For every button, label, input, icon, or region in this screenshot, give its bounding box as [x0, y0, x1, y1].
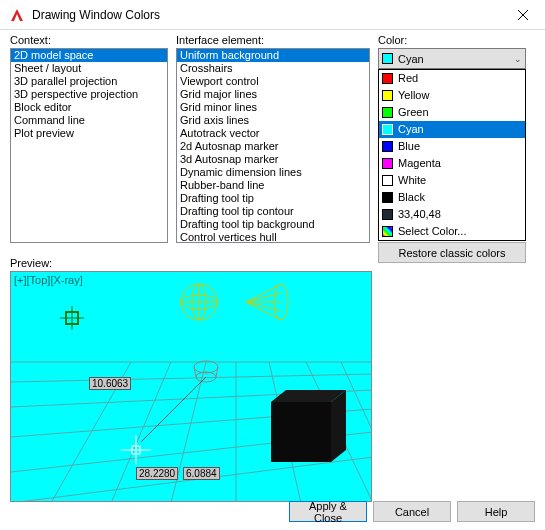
current-color-swatch [382, 53, 393, 64]
color-option[interactable]: Green [379, 104, 525, 121]
interface-item[interactable]: Grid minor lines [177, 101, 369, 114]
color-swatch-icon [382, 158, 393, 169]
apply-close-button[interactable]: Apply & Close [289, 501, 367, 522]
color-option-label: Magenta [398, 156, 441, 171]
color-option-label: Black [398, 190, 425, 205]
color-option[interactable]: Black [379, 189, 525, 206]
interface-label: Interface element: [176, 34, 370, 46]
context-item[interactable]: Plot preview [11, 127, 167, 140]
interface-item[interactable]: 3d Autosnap marker [177, 153, 369, 166]
app-logo-icon [8, 6, 26, 24]
color-option[interactable]: Yellow [379, 87, 525, 104]
interface-item[interactable]: 2d Autosnap marker [177, 140, 369, 153]
interface-item[interactable]: Grid major lines [177, 88, 369, 101]
preview-viewport: [+][Top][X-ray] 10.6063 28.2280 6.0884 [10, 271, 372, 502]
interface-item[interactable]: Uniform background [177, 49, 369, 62]
context-item[interactable]: Block editor [11, 101, 167, 114]
window-title: Drawing Window Colors [32, 8, 500, 22]
svg-line-1 [11, 374, 372, 382]
current-color-name: Cyan [398, 53, 424, 65]
dimension-value-3: 6.0884 [183, 467, 220, 480]
interface-item[interactable]: Drafting tool tip [177, 192, 369, 205]
interface-item[interactable]: Viewport control [177, 75, 369, 88]
color-option-label: White [398, 173, 426, 188]
interface-item[interactable]: Autotrack vector [177, 127, 369, 140]
title-bar: Drawing Window Colors [0, 0, 545, 30]
svg-marker-24 [271, 402, 331, 462]
color-option-label: Yellow [398, 88, 429, 103]
help-button[interactable]: Help [457, 501, 535, 522]
color-option[interactable]: Blue [379, 138, 525, 155]
svg-marker-26 [331, 390, 346, 462]
color-swatch-icon [382, 107, 393, 118]
context-item[interactable]: 3D parallel projection [11, 75, 167, 88]
dimension-value-1: 10.6063 [89, 377, 131, 390]
context-label: Context: [10, 34, 168, 46]
restore-classic-button[interactable]: Restore classic colors [378, 242, 526, 263]
interface-item[interactable]: Crosshairs [177, 62, 369, 75]
color-swatch-icon [382, 124, 393, 135]
context-listbox[interactable]: 2D model spaceSheet / layout3D parallel … [10, 48, 168, 243]
interface-item[interactable]: Grid axis lines [177, 114, 369, 127]
color-option-label: Select Color... [398, 224, 466, 239]
svg-line-32 [194, 367, 196, 377]
interface-item[interactable]: Control vertices hull [177, 231, 369, 243]
svg-line-22 [246, 302, 281, 311]
context-item[interactable]: 3D perspective projection [11, 88, 167, 101]
color-option-label: Green [398, 105, 429, 120]
cancel-button[interactable]: Cancel [373, 501, 451, 522]
color-swatch-icon [382, 209, 393, 220]
color-option-label: Cyan [398, 122, 424, 137]
interface-item[interactable]: Rubber-band line [177, 179, 369, 192]
svg-line-8 [171, 362, 206, 502]
color-option[interactable]: Magenta [379, 155, 525, 172]
color-option-label: Red [398, 71, 418, 86]
color-swatch-icon [382, 175, 393, 186]
viewport-control-label: [+][Top][X-ray] [14, 274, 83, 286]
context-item[interactable]: Command line [11, 114, 167, 127]
context-item[interactable]: Sheet / layout [11, 62, 167, 75]
color-option[interactable]: 33,40,48 [379, 206, 525, 223]
context-item[interactable]: 2D model space [11, 49, 167, 62]
chevron-down-icon: ⌄ [514, 54, 522, 64]
dimension-value-2: 28.2280 [136, 467, 178, 480]
color-swatch-icon [382, 73, 393, 84]
color-option[interactable]: Cyan [379, 121, 525, 138]
svg-line-20 [246, 302, 281, 320]
color-swatch-icon [382, 226, 393, 237]
color-option[interactable]: Red [379, 70, 525, 87]
interface-item[interactable]: Drafting tool tip contour [177, 205, 369, 218]
close-button[interactable] [500, 0, 545, 30]
svg-line-21 [246, 293, 281, 302]
color-label: Color: [378, 34, 526, 46]
interface-item[interactable]: Drafting tool tip background [177, 218, 369, 231]
color-option[interactable]: White [379, 172, 525, 189]
svg-line-19 [246, 284, 281, 302]
color-dropdown-list[interactable]: RedYellowGreenCyanBlueMagentaWhiteBlack3… [378, 69, 526, 241]
color-swatch-icon [382, 141, 393, 152]
color-option-label: 33,40,48 [398, 207, 441, 222]
svg-line-33 [216, 367, 218, 377]
color-swatch-icon [382, 90, 393, 101]
interface-item[interactable]: Dynamic dimension lines [177, 166, 369, 179]
color-option-label: Blue [398, 139, 420, 154]
color-dropdown[interactable]: Cyan ⌄ RedYellowGreenCyanBlueMagentaWhit… [378, 48, 526, 69]
color-swatch-icon [382, 192, 393, 203]
interface-listbox[interactable]: Uniform backgroundCrosshairsViewport con… [176, 48, 370, 243]
color-option[interactable]: Select Color... [379, 223, 525, 240]
